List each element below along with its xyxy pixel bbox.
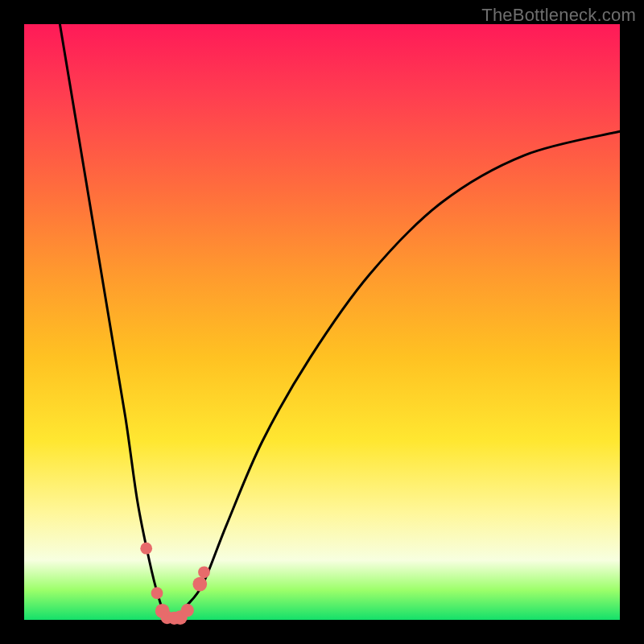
curve-marker — [198, 566, 210, 578]
chart-frame: TheBottleneck.com — [0, 0, 644, 644]
curve-marker — [181, 604, 194, 617]
watermark-text: TheBottleneck.com — [481, 5, 636, 26]
curve-marker — [151, 587, 163, 599]
curve-marker — [192, 577, 207, 592]
curve-markers — [140, 543, 210, 625]
curve-marker — [140, 543, 152, 555]
plot-area — [24, 24, 620, 620]
bottleneck-curve-svg — [24, 24, 620, 620]
bottleneck-curve — [60, 24, 620, 621]
